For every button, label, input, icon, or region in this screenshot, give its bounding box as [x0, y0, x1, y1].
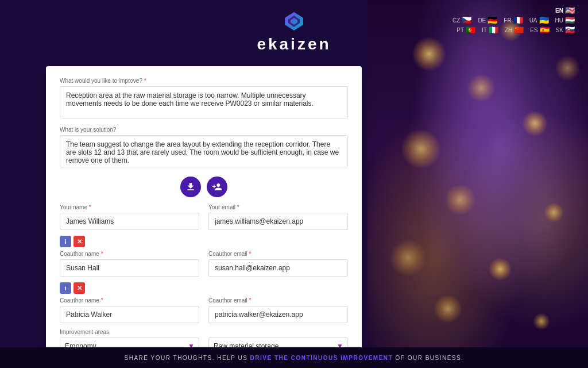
- your-email-label: Your email *: [208, 204, 348, 210]
- upload-icon: [185, 182, 196, 192]
- coauthor2-email-label: Coauthor email *: [208, 297, 348, 304]
- lang-fr[interactable]: FR 🇫🇷: [504, 17, 524, 24]
- coauthor1-row: Coauthor name * Coauthor email *: [60, 251, 348, 282]
- lang-sk-label: SK: [556, 27, 563, 33]
- logo: ekaizen: [257, 10, 331, 53]
- lang-it-label: IT: [482, 27, 487, 33]
- your-name-label: Your name *: [60, 204, 199, 210]
- solution-field-group: What is your solution?: [60, 126, 348, 170]
- lang-zh-label: ZH: [505, 27, 512, 33]
- your-email-group: Your email *: [208, 204, 348, 230]
- coauthor1-controls: i ✕: [60, 236, 348, 247]
- flag-it: 🇮🇹: [489, 26, 500, 34]
- your-name-group: Your name *: [60, 204, 199, 230]
- coauthor2-name-group: Coauthor name *: [60, 297, 199, 323]
- coauthor1-email-label: Coauthor email *: [208, 251, 348, 257]
- flag-es: 🇪🇸: [540, 26, 551, 34]
- flag-fr: 🇫🇷: [513, 17, 525, 24]
- form-card: What would you like to improve? * What i…: [46, 66, 362, 368]
- logo-icon: [283, 10, 305, 33]
- flag-hu: 🇭🇺: [565, 17, 577, 24]
- lang-hu[interactable]: HU 🇭🇺: [555, 17, 577, 24]
- coauthor1-email-group: Coauthor email *: [208, 251, 348, 277]
- lang-cz-label: CZ: [452, 17, 460, 24]
- logo-text: ekaizen: [257, 35, 331, 53]
- lang-cz[interactable]: CZ 🇨🇿: [452, 17, 473, 24]
- lang-zh[interactable]: ZH 🇨🇳: [505, 26, 525, 34]
- person-add-button[interactable]: [207, 177, 227, 197]
- action-buttons: [60, 177, 348, 197]
- lang-en[interactable]: EN 🇺🇸: [555, 7, 577, 14]
- coauthor2-email-group: Coauthor email *: [208, 297, 348, 323]
- lang-hu-label: HU: [555, 17, 563, 24]
- solution-textarea[interactable]: [60, 135, 348, 167]
- lang-pt-label: PT: [457, 27, 464, 33]
- coauthor2-row: Coauthor name * Coauthor email *: [60, 297, 348, 329]
- coauthor1-name-label: Coauthor name *: [60, 251, 199, 257]
- improve-textarea[interactable]: [60, 86, 348, 118]
- person-add-icon: [212, 182, 222, 192]
- coauthor2-name-input[interactable]: [60, 306, 199, 323]
- improve-field-group: What would you like to improve? *: [60, 78, 348, 121]
- lang-row-2: CZ 🇨🇿 DE 🇩🇪 FR 🇫🇷 UA 🇺🇦 HU 🇭🇺: [452, 17, 577, 24]
- coauthor1-email-input[interactable]: [208, 259, 348, 277]
- lang-ua[interactable]: UA 🇺🇦: [529, 17, 551, 24]
- flag-pt: 🇵🇹: [466, 26, 477, 34]
- coauthor2-remove-button[interactable]: ✕: [74, 282, 85, 294]
- lang-pt[interactable]: PT 🇵🇹: [457, 26, 477, 34]
- coauthor1-add-button[interactable]: i: [60, 236, 71, 247]
- coauthor2-controls: i ✕: [60, 282, 348, 294]
- coauthor2-email-input[interactable]: [208, 306, 348, 323]
- improvement-areas2-label: [208, 329, 348, 335]
- name-email-row: Your name * Your email *: [60, 204, 348, 236]
- improvement-areas-label: Improvement areas: [60, 329, 199, 335]
- lang-fr-label: FR: [504, 17, 511, 24]
- lang-es-label: ES: [530, 27, 537, 33]
- coauthor2-add-button[interactable]: i: [60, 282, 71, 294]
- flag-sk: 🇸🇰: [565, 26, 577, 34]
- coauthor1-name-input[interactable]: [60, 259, 199, 277]
- improve-label: What would you like to improve? *: [60, 78, 348, 84]
- coauthor1-name-group: Coauthor name *: [60, 251, 199, 277]
- your-name-input[interactable]: [60, 213, 199, 230]
- coauthor1-remove-button[interactable]: ✕: [74, 236, 85, 247]
- lang-it[interactable]: IT 🇮🇹: [482, 26, 500, 34]
- flag-zh: 🇨🇳: [514, 26, 525, 34]
- lang-en-label: EN: [555, 7, 563, 14]
- flag-de: 🇩🇪: [488, 17, 499, 24]
- lang-es[interactable]: ES 🇪🇸: [530, 26, 551, 34]
- upload-button[interactable]: [180, 177, 201, 197]
- lang-de[interactable]: DE 🇩🇪: [478, 17, 499, 24]
- solution-label: What is your solution?: [60, 126, 348, 133]
- footer: SHARE YOUR THOUGHTS. HELP US DRIVE THE C…: [0, 347, 588, 368]
- your-email-input[interactable]: [208, 213, 348, 230]
- lang-row-1: EN 🇺🇸: [452, 7, 577, 14]
- flag-en: 🇺🇸: [565, 7, 577, 14]
- flag-cz: 🇨🇿: [462, 17, 473, 24]
- flag-ua: 🇺🇦: [539, 17, 551, 24]
- footer-text: SHARE YOUR THOUGHTS. HELP US DRIVE THE C…: [125, 355, 464, 361]
- lang-sk[interactable]: SK 🇸🇰: [556, 26, 577, 34]
- lang-ua-label: UA: [529, 17, 537, 24]
- coauthor2-name-label: Coauthor name *: [60, 297, 199, 304]
- lang-de-label: DE: [478, 17, 486, 24]
- lang-row-3: PT 🇵🇹 IT 🇮🇹 ZH 🇨🇳 ES 🇪🇸 SK 🇸🇰: [452, 26, 577, 34]
- language-selector: EN 🇺🇸 CZ 🇨🇿 DE 🇩🇪 FR 🇫🇷 UA 🇺🇦 HU 🇭🇺 PT: [452, 7, 577, 34]
